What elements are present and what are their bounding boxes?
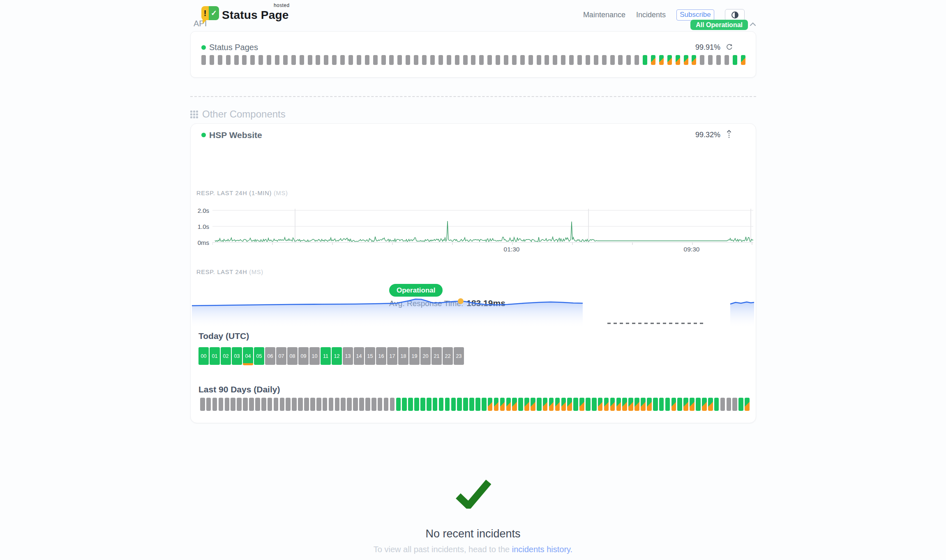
daily-uptime-bar[interactable] [365, 398, 370, 411]
hour-block-16[interactable]: 16 [376, 347, 386, 365]
daily-uptime-bar[interactable] [628, 398, 633, 411]
uptime-bar[interactable] [537, 55, 541, 65]
hour-block-02[interactable]: 02 [221, 347, 231, 365]
daily-uptime-bar[interactable] [323, 398, 328, 411]
daily-uptime-bar[interactable] [475, 398, 480, 411]
hour-block-06[interactable]: 06 [265, 347, 275, 365]
response-time-line-chart[interactable] [212, 205, 753, 250]
hour-block-04[interactable]: 04 [243, 347, 253, 365]
daily-uptime-bar[interactable] [451, 398, 456, 411]
uptime-bar[interactable] [226, 55, 231, 65]
daily-uptime-bar[interactable] [732, 398, 737, 411]
daily-uptime-bar[interactable] [427, 398, 431, 411]
daily-uptime-bar[interactable] [445, 398, 450, 411]
daily-uptime-bar[interactable] [219, 398, 224, 411]
daily-uptime-bar[interactable] [310, 398, 315, 411]
hour-block-07[interactable]: 07 [276, 347, 286, 365]
uptime-bar[interactable] [250, 55, 255, 65]
hour-block-12[interactable]: 12 [332, 347, 342, 365]
uptime-bar[interactable] [700, 55, 704, 65]
daily-uptime-bar[interactable] [420, 398, 425, 411]
uptime-bar[interactable] [438, 55, 443, 65]
uptime-bar[interactable] [602, 55, 607, 65]
daily-uptime-bar[interactable] [482, 398, 487, 411]
daily-uptime-bar[interactable] [745, 398, 750, 411]
daily-uptime-bar[interactable] [341, 398, 346, 411]
expand-up-arrow-icon[interactable] [726, 130, 732, 139]
uptime-bar[interactable] [610, 55, 615, 65]
daily-uptime-bar[interactable] [592, 398, 597, 411]
hour-block-20[interactable]: 20 [420, 347, 431, 365]
uptime-bar[interactable] [643, 55, 647, 65]
daily-uptime-bar[interactable] [433, 398, 438, 411]
hour-block-03[interactable]: 03 [232, 347, 242, 365]
daily-uptime-bar[interactable] [573, 398, 578, 411]
uptime-bar[interactable] [316, 55, 320, 65]
uptime-bar[interactable] [471, 55, 475, 65]
daily-uptime-bar[interactable] [610, 398, 615, 411]
daily-uptime-bar[interactable] [329, 398, 334, 411]
daily-uptime-bar[interactable] [414, 398, 419, 411]
uptime-bar[interactable] [708, 55, 713, 65]
daily-uptime-bar[interactable] [512, 398, 517, 411]
uptime-bar[interactable] [389, 55, 394, 65]
uptime-bar[interactable] [463, 55, 468, 65]
daily-uptime-bar[interactable] [488, 398, 493, 411]
daily-uptime-bar[interactable] [641, 398, 646, 411]
daily-uptime-bar[interactable] [708, 398, 713, 411]
uptime-bar[interactable] [283, 55, 288, 65]
daily-uptime-bar[interactable] [384, 398, 389, 411]
hour-block-18[interactable]: 18 [398, 347, 408, 365]
uptime-bar[interactable] [291, 55, 296, 65]
uptime-bar[interactable] [512, 55, 517, 65]
uptime-bar[interactable] [332, 55, 337, 65]
daily-uptime-bar[interactable] [567, 398, 572, 411]
daily-uptime-bar[interactable] [292, 398, 297, 411]
daily-uptime-bar[interactable] [225, 398, 230, 411]
uptime-bar[interactable] [300, 55, 304, 65]
uptime-bar[interactable] [692, 55, 696, 65]
uptime-bar[interactable] [348, 55, 353, 65]
uptime-bar[interactable] [479, 55, 484, 65]
daily-uptime-bar[interactable] [274, 398, 279, 411]
uptime-bar[interactable] [676, 55, 680, 65]
daily-uptime-bar[interactable] [457, 398, 462, 411]
daily-uptime-bar[interactable] [255, 398, 260, 411]
uptime-bar[interactable] [569, 55, 574, 65]
uptime-bar[interactable] [381, 55, 386, 65]
daily-uptime-bar[interactable] [335, 398, 340, 411]
daily-uptime-bar[interactable] [543, 398, 548, 411]
uptime-bar[interactable] [667, 55, 672, 65]
hour-block-15[interactable]: 15 [365, 347, 375, 365]
uptime-bar[interactable] [561, 55, 565, 65]
hour-block-05[interactable]: 05 [254, 347, 264, 365]
daily-uptime-bar[interactable] [396, 398, 401, 411]
hour-block-14[interactable]: 14 [354, 347, 364, 365]
hour-block-09[interactable]: 09 [298, 347, 309, 365]
incidents-history-link[interactable]: incidents history. [512, 545, 572, 554]
daily-uptime-bar[interactable] [494, 398, 499, 411]
daily-uptime-bar[interactable] [261, 398, 266, 411]
daily-uptime-bar[interactable] [683, 398, 688, 411]
uptime-bar[interactable] [357, 55, 361, 65]
daily-uptime-bar[interactable] [298, 398, 303, 411]
daily-uptime-bar[interactable] [353, 398, 358, 411]
daily-uptime-bar[interactable] [408, 398, 413, 411]
hour-block-08[interactable]: 08 [287, 347, 298, 365]
daily-uptime-bar[interactable] [653, 398, 658, 411]
daily-uptime-bar[interactable] [622, 398, 627, 411]
daily-uptime-bar[interactable] [671, 398, 676, 411]
theme-toggle-button[interactable] [725, 9, 745, 21]
daily-uptime-bar[interactable] [243, 398, 248, 411]
daily-uptime-bar[interactable] [518, 398, 523, 411]
uptime-bar[interactable] [577, 55, 582, 65]
hour-block-10[interactable]: 10 [309, 347, 320, 365]
daily-uptime-bar[interactable] [286, 398, 291, 411]
daily-uptime-bar[interactable] [359, 398, 364, 411]
daily-uptime-bar[interactable] [665, 398, 670, 411]
daily-uptime-bar[interactable] [696, 398, 701, 411]
hour-block-13[interactable]: 13 [343, 347, 353, 365]
hour-block-01[interactable]: 01 [210, 347, 220, 365]
daily-uptime-bar[interactable] [237, 398, 242, 411]
uptime-bar[interactable] [496, 55, 500, 65]
